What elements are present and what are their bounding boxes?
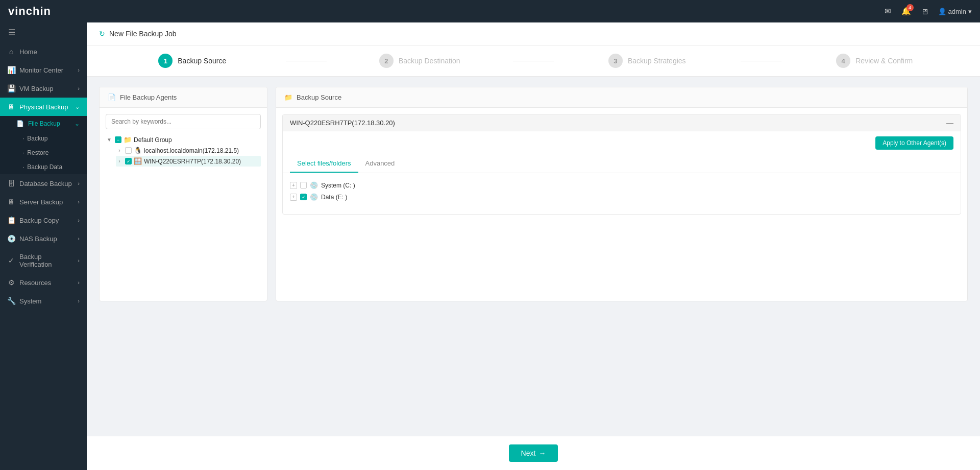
main-content: ↻ New File Backup Job 1 Backup Source 2 … xyxy=(87,22,980,470)
tree-linux-host[interactable]: › 🐧 localhost.localdomain(172.18.21.5) xyxy=(116,145,261,156)
sidebar-toggle[interactable]: ☰ xyxy=(0,22,87,42)
sidebar-label-server-backup: Server Backup xyxy=(19,198,74,206)
file-icon: 📄 xyxy=(16,120,24,127)
monitor-center-icon: 📊 xyxy=(7,66,15,74)
user-arrow-icon: ▾ xyxy=(968,8,972,15)
sidebar-item-backup[interactable]: · Backup xyxy=(0,131,87,146)
physical-backup-icon: 🖥 xyxy=(7,103,15,111)
tree-children: › 🐧 localhost.localdomain(172.18.21.5) ›… xyxy=(106,145,261,167)
step-divider-1 xyxy=(286,61,327,61)
windows-checkbox[interactable]: ✓ xyxy=(125,158,132,165)
verification-arrow-icon: › xyxy=(78,257,80,264)
system-arrow-icon: › xyxy=(78,298,80,304)
collapse-icon[interactable]: — xyxy=(946,119,953,127)
drive-e-label: Data (E: ) xyxy=(321,194,347,201)
page-title: New File Backup Job xyxy=(109,30,177,38)
steps-bar: 1 Backup Source 2 Backup Destination 3 B… xyxy=(87,45,980,77)
resources-arrow-icon: › xyxy=(78,279,80,286)
copy-icon: 📋 xyxy=(7,216,15,224)
sidebar-label-backup-copy: Backup Copy xyxy=(19,217,74,224)
sidebar-item-monitor[interactable]: 📊 Monitor Center › xyxy=(0,61,87,79)
sidebar-label-database-backup: Database Backup xyxy=(19,180,74,187)
root-checkbox[interactable]: − xyxy=(115,136,121,143)
tree-root-item[interactable]: ▼ − 📁 Default Group xyxy=(106,134,261,145)
sidebar-item-vm-backup[interactable]: 💾 VM Backup › xyxy=(0,79,87,98)
folder-icon: 📁 xyxy=(124,136,132,144)
drive-c-item: + 💿 System (C: ) xyxy=(290,179,953,191)
windows-expand-icon[interactable]: › xyxy=(116,158,123,165)
next-arrow-icon: → xyxy=(538,449,546,457)
monitor-icon[interactable]: 🖥 xyxy=(920,6,930,16)
linux-label: localhost.localdomain(172.18.21.5) xyxy=(144,147,239,154)
vm-backup-arrow-icon: › xyxy=(78,85,80,91)
sidebar-label-backup: Backup xyxy=(27,135,47,142)
sidebar-item-backup-verification[interactable]: ✓ Backup Verification › xyxy=(0,248,87,273)
step-2: 2 Backup Destination xyxy=(327,54,513,68)
sidebar-item-home[interactable]: ⌂ Home xyxy=(0,42,87,61)
bell-icon[interactable]: 🔔 4 xyxy=(901,6,912,16)
root-label: Default Group xyxy=(134,136,172,144)
search-input[interactable] xyxy=(106,114,261,129)
logo-text1: vin xyxy=(8,5,26,17)
sidebar-label-nas-backup: NAS Backup xyxy=(19,235,74,243)
step-1: 1 Backup Source xyxy=(99,54,286,68)
resources-icon: ⚙ xyxy=(7,278,15,287)
drive-c-label: System (C: ) xyxy=(321,182,355,189)
user-menu[interactable]: 👤 admin ▾ xyxy=(938,8,972,15)
drive-e-expand-icon[interactable]: + xyxy=(290,194,297,201)
message-icon[interactable]: ✉ xyxy=(883,6,893,16)
step-1-num: 1 xyxy=(158,54,173,68)
left-panel-body: ▼ − 📁 Default Group › 🐧 xyxy=(100,108,267,301)
step-divider-3 xyxy=(741,61,781,61)
drive-c-expand-icon[interactable]: + xyxy=(290,182,297,189)
root-expand-icon[interactable]: ▼ xyxy=(106,136,113,144)
left-panel-title: File Backup Agents xyxy=(120,93,177,101)
drive-e-checkbox[interactable]: ✓ xyxy=(300,194,307,200)
sidebar-item-physical-backup[interactable]: 🖥 Physical Backup ⌄ xyxy=(0,98,87,116)
drive-c-checkbox[interactable] xyxy=(300,182,307,189)
source-box: WIN-Q220ESRH7TP(172.18.30.20) — Apply to… xyxy=(282,114,961,215)
tree-windows-host[interactable]: › ✓ 🪟 WIN-Q220ESRH7TP(172.18.30.20) xyxy=(116,156,261,167)
apply-to-other-agents-button[interactable]: Apply to Other Agent(s) xyxy=(875,136,953,150)
next-button[interactable]: Next → xyxy=(509,444,558,462)
panels: 📄 File Backup Agents ▼ − 📁 Default Group xyxy=(99,87,968,301)
sidebar-item-server-backup[interactable]: 🖥 Server Backup › xyxy=(0,193,87,211)
windows-label: WIN-Q220ESRH7TP(172.18.30.20) xyxy=(144,158,241,165)
source-box-content: Apply to Other Agent(s) Select files/fol… xyxy=(283,131,961,214)
page-header: ↻ New File Backup Job xyxy=(87,22,980,45)
step-2-label: Backup Destination xyxy=(399,57,460,65)
home-icon: ⌂ xyxy=(7,48,15,56)
sidebar-item-resources[interactable]: ⚙ Resources › xyxy=(0,273,87,292)
sidebar-item-restore[interactable]: · Restore xyxy=(0,146,87,160)
sidebar-item-backup-copy[interactable]: 📋 Backup Copy › xyxy=(0,211,87,229)
server-icon: 🖥 xyxy=(7,198,15,206)
linux-expand-icon[interactable]: › xyxy=(116,147,123,154)
bell-badge: 4 xyxy=(906,4,914,11)
layout: ☰ ⌂ Home 📊 Monitor Center › 💾 VM Backup … xyxy=(0,22,980,470)
drive-e-icon: 💿 xyxy=(310,193,318,201)
next-label: Next xyxy=(521,449,536,457)
verification-icon: ✓ xyxy=(7,256,15,265)
source-tabs: Select files/folders Advanced xyxy=(283,155,961,173)
nas-arrow-icon: › xyxy=(78,236,80,242)
sidebar-item-nas-backup[interactable]: 💿 NAS Backup › xyxy=(0,229,87,248)
left-panel-header: 📄 File Backup Agents xyxy=(100,87,267,108)
system-icon: 🔧 xyxy=(7,297,15,305)
sidebar-item-system[interactable]: 🔧 System › xyxy=(0,292,87,310)
sidebar-label-physical-backup: Physical Backup xyxy=(19,103,71,111)
left-panel: 📄 File Backup Agents ▼ − 📁 Default Group xyxy=(99,87,267,301)
logo: vinchin xyxy=(8,5,51,18)
database-arrow-icon: › xyxy=(78,180,80,186)
restore-dot-icon: · xyxy=(22,149,24,156)
windows-icon: 🪟 xyxy=(134,157,142,165)
sidebar-item-database-backup[interactable]: 🗄 Database Backup › xyxy=(0,174,87,193)
tab-advanced[interactable]: Advanced xyxy=(358,155,402,173)
linux-checkbox[interactable] xyxy=(125,147,132,154)
sidebar-item-backup-data[interactable]: · Backup Data xyxy=(0,160,87,174)
tab-select-files[interactable]: Select files/folders xyxy=(290,155,358,173)
sidebar-label-vm-backup: VM Backup xyxy=(19,85,74,92)
sidebar-label-home: Home xyxy=(19,48,80,56)
sidebar-item-file-backup[interactable]: 📄 File Backup ⌄ xyxy=(0,116,87,131)
content-area: 📄 File Backup Agents ▼ − 📁 Default Group xyxy=(87,77,980,436)
step-2-num: 2 xyxy=(379,54,394,68)
